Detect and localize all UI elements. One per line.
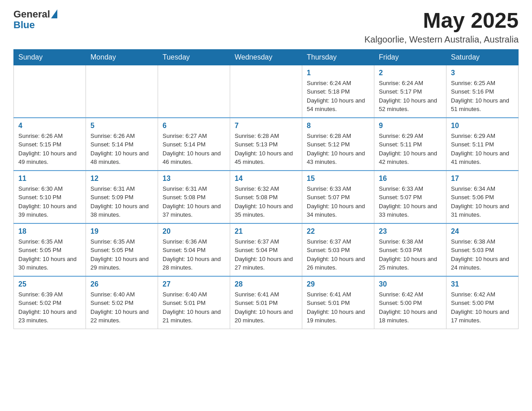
day-number: 31 <box>451 280 514 288</box>
page-header: General Blue May 2025 Kalgoorlie, Wester… <box>13 9 519 45</box>
day-info: Sunrise: 6:34 AMSunset: 5:06 PMDaylight:… <box>451 184 514 219</box>
calendar-cell: 25Sunrise: 6:39 AMSunset: 5:02 PMDayligh… <box>14 276 86 329</box>
day-info: Sunrise: 6:28 AMSunset: 5:12 PMDaylight:… <box>307 132 369 167</box>
day-info: Sunrise: 6:38 AMSunset: 5:03 PMDaylight:… <box>451 237 514 272</box>
calendar-cell: 30Sunrise: 6:42 AMSunset: 5:00 PMDayligh… <box>374 276 446 329</box>
calendar-cell: 24Sunrise: 6:38 AMSunset: 5:03 PMDayligh… <box>446 223 519 276</box>
calendar-week-5: 25Sunrise: 6:39 AMSunset: 5:02 PMDayligh… <box>14 276 519 329</box>
day-number: 26 <box>90 280 153 288</box>
day-of-week-monday: Monday <box>86 49 158 65</box>
day-info: Sunrise: 6:32 AMSunset: 5:08 PMDaylight:… <box>235 184 297 219</box>
day-number: 27 <box>163 280 225 288</box>
day-info: Sunrise: 6:26 AMSunset: 5:15 PMDaylight:… <box>18 132 81 167</box>
day-number: 10 <box>451 122 514 130</box>
day-info: Sunrise: 6:35 AMSunset: 5:05 PMDaylight:… <box>18 237 81 272</box>
day-number: 20 <box>163 227 225 235</box>
calendar-cell: 4Sunrise: 6:26 AMSunset: 5:15 PMDaylight… <box>14 118 86 171</box>
calendar-cell: 3Sunrise: 6:25 AMSunset: 5:16 PMDaylight… <box>446 65 519 118</box>
day-info: Sunrise: 6:33 AMSunset: 5:07 PMDaylight:… <box>379 184 442 219</box>
day-number: 6 <box>163 122 225 130</box>
day-number: 23 <box>379 227 442 235</box>
calendar-cell: 2Sunrise: 6:24 AMSunset: 5:17 PMDaylight… <box>374 65 446 118</box>
calendar-cell: 11Sunrise: 6:30 AMSunset: 5:10 PMDayligh… <box>14 171 86 223</box>
calendar-cell: 29Sunrise: 6:41 AMSunset: 5:01 PMDayligh… <box>302 276 374 329</box>
calendar-cell: 15Sunrise: 6:33 AMSunset: 5:07 PMDayligh… <box>302 171 374 223</box>
day-info: Sunrise: 6:29 AMSunset: 5:11 PMDaylight:… <box>451 132 514 167</box>
day-info: Sunrise: 6:42 AMSunset: 5:00 PMDaylight:… <box>379 290 442 325</box>
day-number: 19 <box>90 227 153 235</box>
calendar-cell <box>14 65 86 118</box>
day-info: Sunrise: 6:31 AMSunset: 5:09 PMDaylight:… <box>90 184 153 219</box>
calendar-cell: 8Sunrise: 6:28 AMSunset: 5:12 PMDaylight… <box>302 118 374 171</box>
day-number: 17 <box>451 175 514 183</box>
day-number: 9 <box>379 122 442 130</box>
day-number: 1 <box>307 69 369 77</box>
day-info: Sunrise: 6:24 AMSunset: 5:17 PMDaylight:… <box>379 79 442 114</box>
day-info: Sunrise: 6:26 AMSunset: 5:14 PMDaylight:… <box>90 132 153 167</box>
calendar-cell: 16Sunrise: 6:33 AMSunset: 5:07 PMDayligh… <box>374 171 446 223</box>
calendar-cell: 1Sunrise: 6:24 AMSunset: 5:18 PMDaylight… <box>302 65 374 118</box>
calendar-cell: 26Sunrise: 6:40 AMSunset: 5:02 PMDayligh… <box>86 276 158 329</box>
calendar-cell <box>158 65 230 118</box>
day-number: 7 <box>235 122 297 130</box>
calendar-cell: 14Sunrise: 6:32 AMSunset: 5:08 PMDayligh… <box>230 171 302 223</box>
day-info: Sunrise: 6:40 AMSunset: 5:01 PMDaylight:… <box>163 290 225 325</box>
day-info: Sunrise: 6:25 AMSunset: 5:16 PMDaylight:… <box>451 79 514 114</box>
calendar-cell: 28Sunrise: 6:41 AMSunset: 5:01 PMDayligh… <box>230 276 302 329</box>
day-number: 3 <box>451 69 514 77</box>
day-info: Sunrise: 6:37 AMSunset: 5:03 PMDaylight:… <box>307 237 369 272</box>
calendar-cell: 12Sunrise: 6:31 AMSunset: 5:09 PMDayligh… <box>86 171 158 223</box>
day-info: Sunrise: 6:38 AMSunset: 5:03 PMDaylight:… <box>379 237 442 272</box>
day-number: 28 <box>235 280 297 288</box>
day-number: 18 <box>18 227 81 235</box>
calendar-week-2: 4Sunrise: 6:26 AMSunset: 5:15 PMDaylight… <box>14 118 519 171</box>
day-info: Sunrise: 6:29 AMSunset: 5:11 PMDaylight:… <box>379 132 442 167</box>
calendar-cell: 20Sunrise: 6:36 AMSunset: 5:04 PMDayligh… <box>158 223 230 276</box>
day-of-week-wednesday: Wednesday <box>230 49 302 65</box>
day-info: Sunrise: 6:40 AMSunset: 5:02 PMDaylight:… <box>90 290 153 325</box>
day-number: 11 <box>18 175 81 183</box>
calendar-cell <box>86 65 158 118</box>
day-info: Sunrise: 6:41 AMSunset: 5:01 PMDaylight:… <box>307 290 369 325</box>
calendar-cell: 17Sunrise: 6:34 AMSunset: 5:06 PMDayligh… <box>446 171 519 223</box>
day-number: 25 <box>18 280 81 288</box>
calendar-cell <box>230 65 302 118</box>
day-number: 16 <box>379 175 442 183</box>
calendar-cell: 22Sunrise: 6:37 AMSunset: 5:03 PMDayligh… <box>302 223 374 276</box>
calendar-week-4: 18Sunrise: 6:35 AMSunset: 5:05 PMDayligh… <box>14 223 519 276</box>
day-number: 14 <box>235 175 297 183</box>
day-number: 22 <box>307 227 369 235</box>
day-info: Sunrise: 6:36 AMSunset: 5:04 PMDaylight:… <box>163 237 225 272</box>
logo-general-text: General <box>13 9 50 20</box>
day-info: Sunrise: 6:41 AMSunset: 5:01 PMDaylight:… <box>235 290 297 325</box>
day-info: Sunrise: 6:31 AMSunset: 5:08 PMDaylight:… <box>163 184 225 219</box>
calendar-cell: 21Sunrise: 6:37 AMSunset: 5:04 PMDayligh… <box>230 223 302 276</box>
day-info: Sunrise: 6:33 AMSunset: 5:07 PMDaylight:… <box>307 184 369 219</box>
day-of-week-sunday: Sunday <box>14 49 86 65</box>
location-title: Kalgoorlie, Western Australia, Australia <box>365 34 519 45</box>
day-number: 24 <box>451 227 514 235</box>
day-info: Sunrise: 6:30 AMSunset: 5:10 PMDaylight:… <box>18 184 81 219</box>
day-number: 5 <box>90 122 153 130</box>
day-info: Sunrise: 6:37 AMSunset: 5:04 PMDaylight:… <box>235 237 297 272</box>
day-info: Sunrise: 6:28 AMSunset: 5:13 PMDaylight:… <box>235 132 297 167</box>
day-info: Sunrise: 6:27 AMSunset: 5:14 PMDaylight:… <box>163 132 225 167</box>
day-number: 13 <box>163 175 225 183</box>
calendar-cell: 10Sunrise: 6:29 AMSunset: 5:11 PMDayligh… <box>446 118 519 171</box>
calendar-cell: 9Sunrise: 6:29 AMSunset: 5:11 PMDaylight… <box>374 118 446 171</box>
day-number: 8 <box>307 122 369 130</box>
day-number: 4 <box>18 122 81 130</box>
calendar-week-3: 11Sunrise: 6:30 AMSunset: 5:10 PMDayligh… <box>14 171 519 223</box>
day-number: 12 <box>90 175 153 183</box>
calendar-cell: 13Sunrise: 6:31 AMSunset: 5:08 PMDayligh… <box>158 171 230 223</box>
calendar-week-1: 1Sunrise: 6:24 AMSunset: 5:18 PMDaylight… <box>14 65 519 118</box>
calendar-cell: 23Sunrise: 6:38 AMSunset: 5:03 PMDayligh… <box>374 223 446 276</box>
logo-blue-text: Blue <box>13 20 57 30</box>
calendar-header: SundayMondayTuesdayWednesdayThursdayFrid… <box>14 49 519 65</box>
calendar-cell: 18Sunrise: 6:35 AMSunset: 5:05 PMDayligh… <box>14 223 86 276</box>
day-number: 2 <box>379 69 442 77</box>
day-info: Sunrise: 6:35 AMSunset: 5:05 PMDaylight:… <box>90 237 153 272</box>
day-of-week-friday: Friday <box>374 49 446 65</box>
calendar-cell: 19Sunrise: 6:35 AMSunset: 5:05 PMDayligh… <box>86 223 158 276</box>
title-area: May 2025 Kalgoorlie, Western Australia, … <box>365 9 519 45</box>
